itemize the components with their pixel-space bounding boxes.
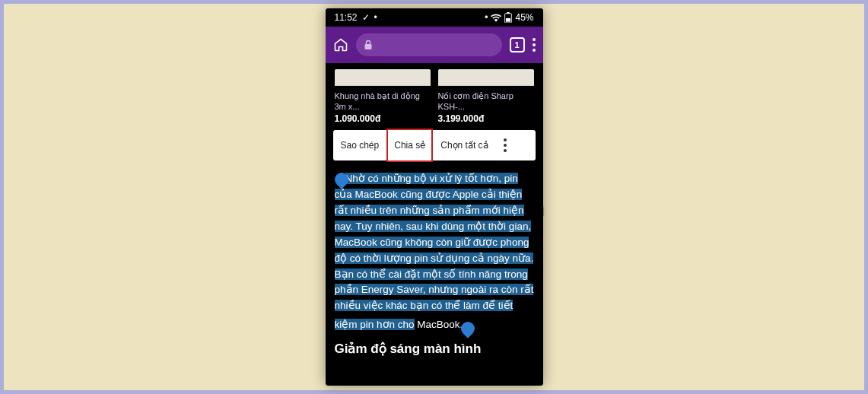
browser-toolbar: 1 (326, 27, 543, 63)
lock-icon (364, 40, 373, 50)
battery-icon (504, 12, 512, 23)
home-icon[interactable] (333, 37, 348, 52)
page-content: Khung nhà bạt di động 3m x... 1.090.000đ… (326, 63, 543, 386)
phone-screenshot: 11:52 ✓ • • 45% 1 (326, 8, 543, 386)
text-selection-menu: Sao chép Chia sẻ Chọn tất cả (333, 130, 536, 160)
selected-text: Nhờ có những bộ vi xử lý tốt hơn, pin củ… (335, 173, 534, 330)
product-image (438, 69, 534, 86)
product-price: 1.090.000đ (335, 113, 431, 124)
product-card[interactable]: Nồi cơm điện Sharp KSH-... 3.199.000đ (438, 69, 534, 124)
svg-rect-1 (507, 12, 510, 14)
page-frame: Tipske.com 11:52 ✓ • • 45% 1 (4, 4, 864, 390)
battery-percent: 45% (515, 12, 533, 23)
select-all-button[interactable]: Chọn tất cả (433, 130, 495, 160)
share-button[interactable]: Chia sẻ (386, 129, 433, 162)
copy-button[interactable]: Sao chép (333, 130, 387, 160)
product-price: 3.199.000đ (438, 113, 534, 124)
product-name: Khung nhà bạt di động 3m x... (335, 91, 431, 112)
url-bar[interactable] (356, 33, 502, 56)
status-bar: 11:52 ✓ • • 45% (326, 8, 543, 27)
article-heading: Giảm độ sáng màn hình (335, 339, 534, 359)
article-body[interactable]: Nhờ có những bộ vi xử lý tốt hơn, pin củ… (335, 168, 534, 360)
browser-menu-icon[interactable] (533, 38, 536, 52)
product-row: Khung nhà bạt di động 3m x... 1.090.000đ… (335, 69, 534, 124)
tab-count: 1 (514, 40, 519, 49)
status-time: 11:52 (335, 12, 358, 23)
wifi-icon (491, 14, 501, 22)
status-dot-icon: • (485, 12, 488, 23)
tabs-button[interactable]: 1 (510, 37, 525, 52)
product-image (335, 69, 431, 86)
more-options-icon[interactable] (496, 138, 514, 152)
article-tail: MacBook. (417, 319, 463, 330)
product-card[interactable]: Khung nhà bạt di động 3m x... 1.090.000đ (335, 69, 431, 124)
svg-rect-3 (364, 44, 371, 49)
status-dot-icon: • (374, 12, 377, 23)
product-name: Nồi cơm điện Sharp KSH-... (438, 91, 534, 112)
status-check-icon: ✓ (362, 12, 370, 23)
svg-rect-2 (506, 18, 510, 22)
